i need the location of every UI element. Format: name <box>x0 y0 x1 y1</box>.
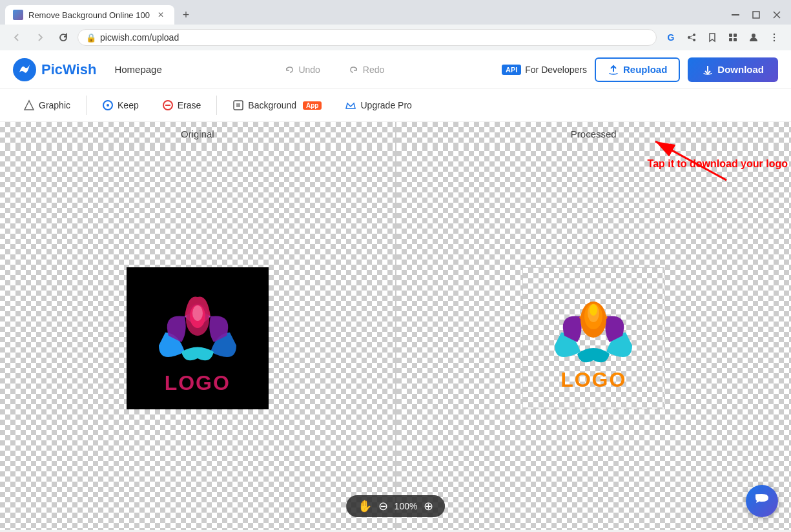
original-label: Original <box>181 122 214 146</box>
graphic-icon <box>23 99 35 111</box>
svg-point-16 <box>107 104 109 107</box>
keep-label: Keep <box>118 100 139 110</box>
svg-rect-7 <box>734 38 737 41</box>
svg-rect-4 <box>729 34 732 37</box>
app: PicWish Homepage Undo Redo API For Devel… <box>0 50 791 529</box>
address-text: picwish.com/upload <box>100 32 179 43</box>
zoom-bar: ✋ ⊖ 100% ⊕ <box>346 495 446 517</box>
svg-marker-21 <box>346 103 355 108</box>
undo-button[interactable]: Undo <box>278 62 326 77</box>
logo-text: PicWish <box>41 61 96 78</box>
background-tool-button[interactable]: Background App <box>222 94 332 116</box>
redo-icon <box>349 65 359 75</box>
svg-point-24 <box>192 305 203 321</box>
processed-label: Processed <box>571 122 617 146</box>
logo-area: PicWish <box>13 58 96 81</box>
toolbar: Graphic Keep Erase Background App Upgrad… <box>0 89 791 122</box>
crown-icon <box>345 99 356 111</box>
original-image: LOGO <box>127 267 269 409</box>
download-icon <box>702 64 714 76</box>
back-button[interactable] <box>8 28 26 46</box>
close-window-button[interactable] <box>768 6 786 24</box>
tab-favicon <box>13 10 23 20</box>
maximize-button[interactable] <box>747 6 765 24</box>
svg-marker-13 <box>25 101 34 110</box>
reupload-label: Reupload <box>623 64 667 75</box>
bookmark-icon[interactable] <box>703 28 721 46</box>
window-controls <box>726 6 786 24</box>
background-label: Background <box>248 100 296 110</box>
zoom-level: 100% <box>395 501 418 511</box>
menu-icon[interactable] <box>765 28 783 46</box>
header-right: API For Developers Reupload Download <box>502 57 778 82</box>
upgrade-tool-button[interactable]: Upgrade Pro <box>334 94 422 116</box>
processed-logo-text: LOGO <box>560 368 626 392</box>
redo-button[interactable]: Redo <box>342 62 391 77</box>
lock-icon: 🔒 <box>86 33 96 43</box>
erase-icon <box>162 99 174 111</box>
browser-toolbar-actions: G <box>662 28 783 46</box>
original-logo-content: LOGO <box>146 281 249 395</box>
processed-panel: Processed <box>396 122 792 530</box>
svg-rect-5 <box>734 34 737 37</box>
original-logo-text: LOGO <box>165 371 231 395</box>
processed-logo-content: LOGO <box>542 284 645 392</box>
svg-rect-6 <box>729 38 732 41</box>
hand-tool[interactable]: ✋ <box>358 500 372 512</box>
background-icon <box>232 99 244 111</box>
redo-label: Redo <box>363 65 384 75</box>
for-developers-area: API For Developers <box>502 65 587 75</box>
app-badge: App <box>303 101 322 110</box>
download-button[interactable]: Download <box>688 57 778 82</box>
download-label: Download <box>717 64 764 75</box>
tool-divider-2 <box>216 96 217 115</box>
zoom-out-button[interactable]: ⊖ <box>378 500 388 512</box>
forward-button[interactable] <box>31 28 49 46</box>
keep-icon <box>102 99 114 111</box>
chat-bubble-button[interactable] <box>746 485 778 517</box>
graphic-tool-button[interactable]: Graphic <box>13 94 81 116</box>
svg-point-28 <box>590 304 597 316</box>
zoom-in-button[interactable]: ⊕ <box>424 500 433 512</box>
original-lotus-svg <box>146 281 249 371</box>
main-content: Original <box>0 122 791 530</box>
undo-icon <box>284 65 294 75</box>
extensions-icon[interactable] <box>724 28 742 46</box>
google-icon[interactable]: G <box>662 28 680 46</box>
svg-rect-20 <box>236 103 240 107</box>
picwish-logo-icon <box>13 58 36 81</box>
svg-rect-1 <box>753 12 759 18</box>
browser-tab[interactable]: Remove Background Online 100 ✕ <box>5 5 174 25</box>
chat-icon <box>754 493 770 509</box>
tab-close-button[interactable]: ✕ <box>155 9 167 21</box>
app-header: PicWish Homepage Undo Redo API For Devel… <box>0 50 791 89</box>
browser-chrome: Remove Background Online 100 ✕ + 🔒 <box>0 0 791 50</box>
tool-divider-1 <box>86 96 87 115</box>
svg-rect-0 <box>732 14 739 15</box>
homepage-link[interactable]: Homepage <box>109 61 167 77</box>
undo-label: Undo <box>298 65 320 75</box>
address-bar[interactable]: 🔒 picwish.com/upload <box>77 29 657 46</box>
minimize-button[interactable] <box>726 6 745 24</box>
tab-title: Remove Background Online 100 <box>28 10 150 20</box>
original-canvas[interactable]: LOGO <box>0 146 395 530</box>
processed-canvas[interactable]: LOGO <box>396 146 792 530</box>
new-tab-button[interactable]: + <box>177 6 195 24</box>
erase-tool-button[interactable]: Erase <box>152 94 212 116</box>
share-icon[interactable] <box>683 28 701 46</box>
reupload-button[interactable]: Reupload <box>595 57 680 82</box>
original-panel: Original <box>0 122 395 530</box>
browser-titlebar: Remove Background Online 100 ✕ + <box>0 0 791 25</box>
reupload-icon <box>608 64 619 76</box>
profile-icon[interactable] <box>745 28 763 46</box>
for-developers-label[interactable]: For Developers <box>525 65 587 75</box>
keep-tool-button[interactable]: Keep <box>92 94 149 116</box>
svg-point-11 <box>774 40 775 41</box>
header-center: Undo Redo <box>180 62 489 77</box>
processed-image: LOGO <box>522 267 664 409</box>
svg-point-10 <box>774 37 775 38</box>
processed-lotus-svg <box>542 284 645 368</box>
refresh-button[interactable] <box>54 28 72 46</box>
graphic-label: Graphic <box>39 100 70 110</box>
erase-label: Erase <box>178 100 201 110</box>
